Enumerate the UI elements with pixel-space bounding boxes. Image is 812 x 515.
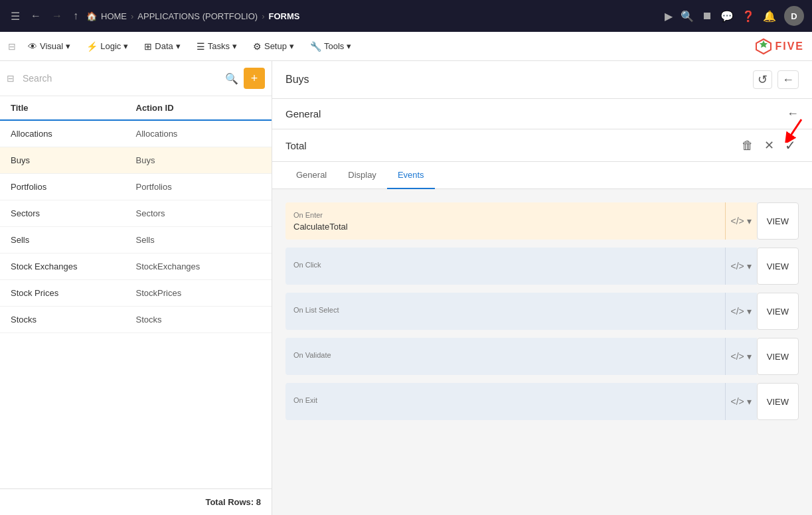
breadcrumb-home[interactable]: HOME xyxy=(101,11,127,21)
forward-icon[interactable]: → xyxy=(49,7,65,25)
event-field-on-exit: On Exit xyxy=(285,383,725,420)
row-title-buys: Buys xyxy=(11,155,136,165)
code-btn-on-click[interactable]: </> xyxy=(731,261,744,271)
event-label-on-click: On Click xyxy=(293,261,717,269)
event-label-on-validate: On Validate xyxy=(293,351,717,359)
red-arrow-indicator xyxy=(781,116,808,143)
stop-icon[interactable]: ⏹ xyxy=(702,10,712,22)
view-btn-on-click[interactable]: VIEW xyxy=(757,248,799,285)
event-value-on-enter[interactable]: CalculateTotal xyxy=(293,222,717,232)
data-btn[interactable]: ⊞ Data ▾ xyxy=(137,37,187,56)
view-btn-on-exit[interactable]: VIEW xyxy=(757,383,799,420)
setup-icon: ⚙ xyxy=(253,41,262,52)
panel-nav-icons: ↺ ← xyxy=(753,70,799,89)
search-icon[interactable]: 🔍 xyxy=(225,72,238,85)
dropdown-btn-on-exit[interactable]: ▾ xyxy=(747,396,752,407)
data-icon: ⊞ xyxy=(144,41,152,52)
help-icon[interactable]: ❓ xyxy=(742,10,755,23)
search-nav-icon[interactable]: 🔍 xyxy=(681,10,694,23)
sidebar-row-stock-prices[interactable]: Stock Prices StockPrices xyxy=(0,280,272,307)
dropdown-btn-on-validate[interactable]: ▾ xyxy=(747,351,752,362)
logic-btn[interactable]: ⚡ Logic ▾ xyxy=(80,37,135,56)
event-row-on-list-select: On List Select </> ▾ VIEW xyxy=(285,293,799,330)
row-title-sectors: Sectors xyxy=(11,208,136,218)
confirm-area: ✓ xyxy=(782,136,799,155)
sidebar-row-sells[interactable]: Sells Sells xyxy=(0,227,272,254)
right-panel: Buys ↺ ← General ← Total 🗑 ✕ ✓ xyxy=(272,61,812,515)
main-toolbar: ⊟ 👁 Visual ▾ ⚡ Logic ▾ ⊞ Data ▾ ☰ Tasks … xyxy=(0,32,812,61)
logic-icon: ⚡ xyxy=(86,41,98,52)
row-action-buys: Buys xyxy=(136,155,262,165)
breadcrumb: 🏠 HOME › APPLICATIONS (PORTFOLIO) › FORM… xyxy=(86,11,659,21)
dropdown-btn-on-list-select[interactable]: ▾ xyxy=(747,306,752,317)
row-action-stock-prices: StockPrices xyxy=(136,288,262,298)
search-input[interactable] xyxy=(23,73,220,84)
event-controls-on-enter: </> ▾ xyxy=(725,202,757,240)
tab-events[interactable]: Events xyxy=(387,162,435,189)
tasks-btn[interactable]: ☰ Tasks ▾ xyxy=(190,37,244,56)
row-title-stock-prices: Stock Prices xyxy=(11,288,136,298)
back-icon[interactable]: ← xyxy=(28,7,44,25)
row-title-stock-exchanges: Stock Exchanges xyxy=(11,261,136,271)
event-field-on-click: On Click xyxy=(285,248,725,285)
panel-back-btn[interactable]: ← xyxy=(777,70,799,89)
tools-btn[interactable]: 🔧 Tools ▾ xyxy=(303,37,358,56)
visual-icon: 👁 xyxy=(28,41,37,52)
sidebar-row-stocks[interactable]: Stocks Stocks xyxy=(0,307,272,333)
chat-icon[interactable]: 💬 xyxy=(720,10,734,23)
sidebar-row-sectors[interactable]: Sectors Sectors xyxy=(0,200,272,227)
bell-icon[interactable]: 🔔 xyxy=(763,10,776,23)
code-btn-on-enter[interactable]: </> xyxy=(731,216,744,226)
five-logo: FIVE xyxy=(755,38,804,55)
add-button[interactable]: + xyxy=(244,68,265,89)
breadcrumb-applications[interactable]: APPLICATIONS (PORTFOLIO) xyxy=(137,11,258,21)
dropdown-btn-on-click[interactable]: ▾ xyxy=(747,261,752,271)
code-btn-on-exit[interactable]: </> xyxy=(731,396,744,407)
view-btn-on-enter[interactable]: VIEW xyxy=(757,202,799,240)
delete-btn[interactable]: 🗑 xyxy=(739,137,756,154)
dropdown-btn-on-enter[interactable]: ▾ xyxy=(747,216,752,226)
event-field-on-enter: On Enter CalculateTotal xyxy=(285,202,725,240)
event-controls-on-click: </> ▾ xyxy=(725,248,757,285)
sidebar-row-buys[interactable]: Buys Buys xyxy=(0,147,272,174)
avatar[interactable]: D xyxy=(784,6,804,26)
event-row-on-enter: On Enter CalculateTotal </> ▾ VIEW xyxy=(285,202,799,240)
view-btn-on-list-select[interactable]: VIEW xyxy=(757,293,799,330)
tab-display[interactable]: Display xyxy=(337,162,387,189)
svg-marker-1 xyxy=(760,40,768,48)
event-controls-on-list-select: </> ▾ xyxy=(725,293,757,330)
code-btn-on-list-select[interactable]: </> xyxy=(731,306,744,317)
form-title: Total xyxy=(285,140,307,151)
col-header-action-id: Action ID xyxy=(136,103,262,113)
row-action-stocks: Stocks xyxy=(136,315,262,325)
row-action-stock-exchanges: StockExchanges xyxy=(136,261,262,271)
event-row-on-validate: On Validate </> ▾ VIEW xyxy=(285,338,799,375)
row-title-stocks: Stocks xyxy=(11,315,136,325)
panel-back-circle-btn[interactable]: ↺ xyxy=(753,70,772,89)
row-title-sells: Sells xyxy=(11,235,136,245)
sidebar-row-portfolios[interactable]: Portfolios Portfolios xyxy=(0,174,272,200)
play-icon[interactable]: ▶ xyxy=(665,10,673,23)
menu-icon[interactable]: ☰ xyxy=(8,7,23,25)
sidebar-row-stock-exchanges[interactable]: Stock Exchanges StockExchanges xyxy=(0,254,272,280)
code-btn-on-validate[interactable]: </> xyxy=(731,351,744,362)
close-btn[interactable]: ✕ xyxy=(762,137,777,154)
event-controls-on-validate: </> ▾ xyxy=(725,338,757,375)
setup-btn[interactable]: ⚙ Setup ▾ xyxy=(246,37,301,56)
panel-title: Buys xyxy=(285,74,309,86)
event-controls-on-exit: </> ▾ xyxy=(725,383,757,420)
up-icon[interactable]: ↑ xyxy=(70,7,81,25)
home-icon: 🏠 xyxy=(86,11,97,21)
sidebar: ⊟ 🔍 + Title Action ID Allocations Alloca… xyxy=(0,61,272,515)
tab-general[interactable]: General xyxy=(285,162,337,189)
row-action-allocations: Allocations xyxy=(136,129,262,139)
breadcrumb-forms[interactable]: FORMS xyxy=(269,11,300,21)
sidebar-row-allocations[interactable]: Allocations Allocations xyxy=(0,121,272,147)
main-layout: ⊟ 🔍 + Title Action ID Allocations Alloca… xyxy=(0,61,812,515)
view-btn-on-validate[interactable]: VIEW xyxy=(757,338,799,375)
visual-btn[interactable]: 👁 Visual ▾ xyxy=(21,37,77,56)
panel-header: Buys ↺ ← xyxy=(272,61,812,99)
section-title: General xyxy=(285,108,321,119)
form-action-buttons: 🗑 ✕ ✓ xyxy=(739,136,799,155)
event-field-on-validate: On Validate xyxy=(285,338,725,375)
